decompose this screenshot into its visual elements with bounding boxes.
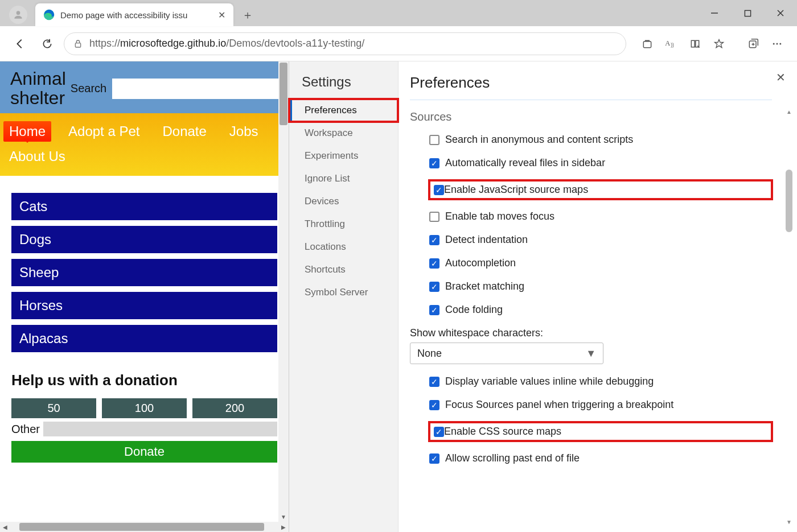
settings-scrollbar[interactable]: ▲ ▼ — [784, 107, 794, 526]
settings-nav-throttling[interactable]: Throttling — [289, 213, 398, 236]
svg-point-13 — [779, 43, 781, 44]
category-alpacas[interactable]: Alpacas — [11, 325, 277, 352]
edge-icon — [43, 9, 55, 20]
settings-nav-workspace[interactable]: Workspace — [289, 122, 398, 145]
site-nav: HomeAdopt a PetDonateJobsAbout Us — [0, 113, 289, 176]
read-aloud-icon[interactable]: A)) — [660, 33, 682, 55]
url-text: https://microsoftedge.github.io/Demos/de… — [89, 38, 364, 50]
checkbox-icon[interactable] — [429, 212, 439, 222]
pref-label: Bracket matching — [445, 281, 524, 292]
pref-automatically-reveal-files-in-sidebar[interactable]: ✓Automatically reveal files in sidebar — [429, 157, 772, 169]
checkbox-icon[interactable]: ✓ — [429, 158, 439, 168]
category-sheep[interactable]: Sheep — [11, 259, 277, 286]
donation-amount-100[interactable]: 100 — [102, 398, 187, 418]
checkbox-icon[interactable]: ✓ — [429, 258, 439, 269]
pref-search-in-anonymous-and-content-scripts[interactable]: Search in anonymous and content scripts — [429, 134, 772, 146]
category-dogs[interactable]: Dogs — [11, 226, 277, 253]
donate-button[interactable]: Donate — [11, 441, 277, 463]
pref-label: Detect indentation — [445, 234, 528, 246]
search-label: Search — [71, 82, 106, 95]
other-amount-input[interactable] — [43, 422, 277, 436]
window-minimize-button[interactable] — [698, 0, 731, 26]
profile-button[interactable] — [9, 6, 27, 24]
reader-icon[interactable] — [684, 33, 706, 55]
search-input[interactable] — [112, 79, 278, 99]
back-button[interactable] — [9, 33, 31, 55]
nav-jobs[interactable]: Jobs — [224, 121, 264, 142]
pref-label: Enable JavaScript source maps — [444, 184, 588, 195]
scroll-down-icon[interactable]: ▼ — [784, 517, 794, 526]
page-scrollbar-vertical[interactable]: ▲ ▼ — [278, 61, 289, 522]
settings-nav-preferences[interactable]: Preferences — [289, 99, 398, 122]
donation-amount-50[interactable]: 50 — [11, 398, 96, 418]
category-cats[interactable]: Cats — [11, 193, 277, 220]
checkbox-icon[interactable]: ✓ — [429, 453, 439, 464]
svg-text:)): )) — [671, 42, 674, 48]
scroll-right-icon[interactable]: ▶ — [278, 522, 289, 532]
scroll-left-icon[interactable]: ◀ — [0, 522, 10, 532]
svg-text:A: A — [665, 39, 670, 47]
checkbox-icon[interactable]: ✓ — [429, 282, 439, 292]
checkbox-icon[interactable]: ✓ — [429, 235, 439, 245]
scroll-thumb-h[interactable] — [19, 523, 264, 531]
browser-tab[interactable]: Demo page with accessibility issu ✕ — [35, 3, 233, 26]
category-horses[interactable]: Horses — [11, 292, 277, 319]
nav-about-us[interactable]: About Us — [3, 146, 71, 167]
app-icon[interactable] — [636, 33, 658, 55]
settings-nav-locations[interactable]: Locations — [289, 236, 398, 258]
settings-nav-ignore-list[interactable]: Ignore List — [289, 167, 398, 190]
pref-autocompletion[interactable]: ✓Autocompletion — [429, 257, 772, 269]
pref-bracket-matching[interactable]: ✓Bracket matching — [429, 281, 772, 292]
settings-nav-shortcuts[interactable]: Shortcuts — [289, 258, 398, 281]
pref-label: Allow scrolling past end of file — [445, 452, 580, 464]
checkbox-icon[interactable]: ✓ — [429, 305, 439, 315]
pref-label: Search in anonymous and content scripts — [445, 134, 633, 146]
nav-home[interactable]: Home — [3, 121, 51, 142]
window-close-button[interactable] — [764, 0, 797, 26]
divider — [410, 100, 772, 100]
more-button[interactable] — [766, 33, 788, 55]
scroll-down-icon[interactable]: ▼ — [278, 512, 289, 522]
pref-focus-sources-panel-when-triggering-a-breakpoint[interactable]: ✓Focus Sources panel when triggering a b… — [429, 399, 772, 411]
pref-enable-tab-moves-focus[interactable]: Enable tab moves focus — [429, 211, 772, 222]
chevron-down-icon: ▼ — [586, 348, 596, 360]
pref-detect-indentation[interactable]: ✓Detect indentation — [429, 234, 772, 246]
settings-nav-devices[interactable]: Devices — [289, 190, 398, 213]
collections-icon[interactable] — [742, 33, 764, 55]
refresh-button[interactable] — [36, 33, 58, 55]
other-label: Other — [11, 423, 40, 436]
whitespace-select[interactable]: None▼ — [410, 343, 603, 364]
checkbox-icon[interactable]: ✓ — [434, 185, 444, 195]
page-scrollbar-horizontal[interactable]: ◀ ▶ — [0, 522, 289, 532]
checkbox-icon[interactable]: ✓ — [429, 400, 439, 410]
donation-heading: Help us with a donation — [11, 372, 277, 389]
pref-enable-javascript-source-maps[interactable]: ✓Enable JavaScript source maps — [429, 180, 772, 199]
pref-code-folding[interactable]: ✓Code folding — [429, 304, 772, 316]
address-bar[interactable]: https://microsoftedge.github.io/Demos/de… — [64, 32, 626, 55]
settings-nav-symbol-server[interactable]: Symbol Server — [289, 281, 398, 304]
pref-enable-css-source-maps[interactable]: ✓Enable CSS source maps — [429, 422, 772, 441]
tab-close-icon[interactable]: ✕ — [218, 10, 225, 20]
scroll-up-icon[interactable]: ▲ — [784, 107, 794, 116]
donation-amount-200[interactable]: 200 — [192, 398, 277, 418]
settings-nav-experiments[interactable]: Experiments — [289, 145, 398, 167]
favorite-icon[interactable] — [708, 33, 730, 55]
nav-adopt-a-pet[interactable]: Adopt a Pet — [63, 121, 145, 142]
window-maximize-button[interactable] — [731, 0, 764, 26]
checkbox-icon[interactable]: ✓ — [429, 377, 439, 387]
nav-donate[interactable]: Donate — [157, 121, 212, 142]
scroll-thumb[interactable] — [786, 170, 792, 232]
tab-title: Demo page with accessibility issu — [60, 10, 212, 20]
settings-title: Settings — [289, 74, 398, 99]
new-tab-button[interactable]: ＋ — [238, 5, 257, 24]
pref-label: Automatically reveal files in sidebar — [445, 157, 605, 169]
pref-allow-scrolling-past-end-of-file[interactable]: ✓Allow scrolling past end of file — [429, 452, 772, 464]
checkbox-icon[interactable]: ✓ — [434, 427, 444, 437]
settings-close-button[interactable]: ✕ — [776, 71, 786, 84]
scroll-thumb[interactable] — [280, 63, 287, 125]
pref-label: Focus Sources panel when triggering a br… — [445, 399, 673, 411]
pref-display-variable-values-inline-while-debugging[interactable]: ✓Display variable values inline while de… — [429, 376, 772, 387]
svg-point-12 — [777, 43, 778, 44]
checkbox-icon[interactable] — [429, 135, 439, 145]
svg-point-0 — [17, 11, 20, 15]
